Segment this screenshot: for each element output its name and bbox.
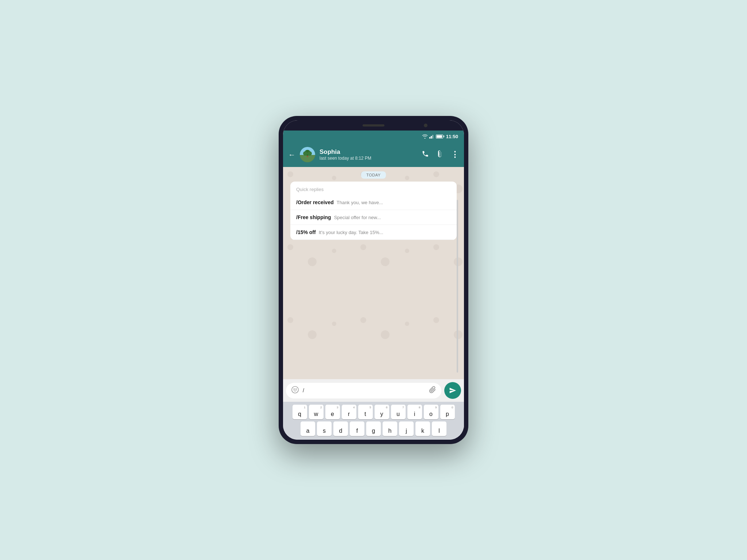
phone-screen: 11:50 ← [283,120,464,440]
key-q[interactable]: 1q [293,405,307,419]
phone-icon[interactable] [422,150,429,159]
quick-reply-item-0[interactable]: /Order received Thank you, we have... [290,195,457,210]
svg-point-11 [294,389,294,389]
header-actions: ⋮ [422,150,459,159]
message-input[interactable] [303,388,425,393]
svg-point-10 [292,386,298,393]
quick-reply-preview-2: It's your lucky day. Take 15%... [319,230,383,235]
keyboard-row-1: 1q 2w 3e 4r 5t 6y 7u 8i 9o 0p [285,405,462,419]
quick-reply-shortcut-0: /Order received [296,199,334,205]
key-p[interactable]: 0p [440,405,455,419]
quick-replies-panel-wrapper: Quick replies /Order received Thank you,… [287,182,460,376]
contact-avatar[interactable] [300,147,315,162]
svg-rect-2 [432,135,433,139]
date-chip-container: TODAY [283,167,464,182]
back-button[interactable]: ← [288,151,295,159]
svg-point-8 [303,151,307,156]
send-icon [449,387,456,394]
phone-frame: 11:50 ← [279,116,468,444]
battery-icon [436,135,443,139]
key-o[interactable]: 9o [424,405,438,419]
svg-point-9 [307,151,312,156]
input-box[interactable] [286,383,441,398]
key-h[interactable]: h [383,421,397,436]
front-camera [424,124,427,127]
date-chip: TODAY [361,171,386,179]
status-bar: 11:50 [283,131,464,142]
phone-notch [283,120,464,131]
attach-icon[interactable] [436,150,444,159]
key-y[interactable]: 6y [375,405,389,419]
key-k[interactable]: k [415,421,430,436]
key-s[interactable]: s [317,421,332,436]
contact-status: last seen today at 8:12 PM [320,156,417,161]
key-w[interactable]: 2w [309,405,324,419]
status-icons: 11:50 [422,134,458,139]
app-header: ← Sophia last seen today [283,142,464,167]
emoji-button[interactable] [291,386,299,396]
key-d[interactable]: d [333,421,348,436]
key-j[interactable]: j [399,421,414,436]
svg-rect-0 [429,137,430,139]
key-r[interactable]: 4r [342,405,356,419]
svg-rect-1 [431,136,432,139]
key-f[interactable]: f [350,421,364,436]
chat-area: TODAY Quick replies /Order received Than… [283,167,464,402]
contact-name: Sophia [320,148,417,156]
input-area [283,379,464,402]
send-button[interactable] [444,382,461,399]
more-options-icon[interactable]: ⋮ [451,150,459,159]
key-a[interactable]: a [301,421,315,436]
quick-reply-shortcut-1: /Free shipping [296,214,331,220]
quick-reply-shortcut-2: /15% off [296,229,316,235]
svg-point-12 [296,389,297,389]
quick-replies-panel: Quick replies /Order received Thank you,… [290,182,457,240]
keyboard: 1q 2w 3e 4r 5t 6y 7u 8i 9o 0p a s d f g … [283,402,464,440]
signal-icon [429,134,434,139]
key-t[interactable]: 5t [358,405,373,419]
quick-reply-preview-0: Thank you, we have... [337,200,383,205]
quick-reply-preview-1: Special offer for new... [334,215,381,220]
quick-reply-item-2[interactable]: /15% off It's your lucky day. Take 15%..… [290,225,457,240]
key-i[interactable]: 8i [407,405,422,419]
keyboard-row-2: a s d f g h j k l [285,421,462,436]
key-g[interactable]: g [366,421,381,436]
time-display: 11:50 [446,134,458,139]
speaker [363,124,384,127]
wifi-icon [422,134,428,139]
quick-replies-title: Quick replies [290,182,457,195]
quick-reply-item-1[interactable]: /Free shipping Special offer for new... [290,210,457,225]
key-u[interactable]: 7u [391,405,406,419]
key-e[interactable]: 3e [325,405,340,419]
contact-info: Sophia last seen today at 8:12 PM [320,148,417,161]
attach-button[interactable] [429,386,436,395]
key-l[interactable]: l [432,421,446,436]
